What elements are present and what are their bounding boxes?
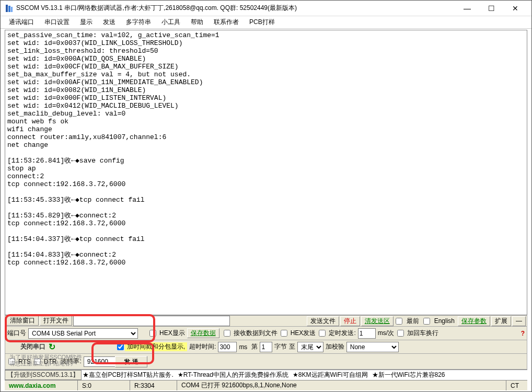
window-title: SSCOM V5.13.1 串口/网络数据调试器,作者:大虾丁丁,2618058… bbox=[16, 4, 455, 13]
status-r: R:3304 bbox=[130, 381, 177, 390]
titlebar: SSCOM V5.13.1 串口/网络数据调试器,作者:大虾丁丁,2618058… bbox=[1, 1, 531, 16]
status-bar: www.daxia.com S:0 R:3304 COM4 已打开 921600… bbox=[5, 380, 527, 390]
english-checkbox[interactable] bbox=[423, 318, 430, 325]
tip-line-1: 为了更好地发展SSCOM软件 bbox=[9, 354, 82, 360]
timeout-unit: ms bbox=[237, 343, 249, 351]
topmost-label: 最前 bbox=[404, 317, 421, 326]
svg-rect-1 bbox=[8, 6, 10, 12]
toolbar-row-2: 端口号 COM4 USB Serial Port HEX显示 保存数据 接收数据… bbox=[5, 327, 527, 340]
promo-4[interactable]: ★新一代WiFi芯片兼容826 bbox=[372, 371, 445, 379]
recv-to-file-checkbox[interactable] bbox=[224, 330, 230, 337]
menu-contact[interactable]: 联系作者 bbox=[210, 17, 243, 28]
status-url[interactable]: www.daxia.com bbox=[5, 381, 78, 390]
clear-send-button[interactable]: 清发送区 bbox=[361, 316, 394, 326]
menu-display[interactable]: 显示 bbox=[76, 17, 97, 28]
topmost-checkbox[interactable] bbox=[396, 318, 402, 325]
question-icon[interactable]: ? bbox=[521, 330, 525, 337]
save-params-button[interactable]: 保存参数 bbox=[458, 316, 490, 326]
hex-send-checkbox[interactable] bbox=[281, 330, 287, 337]
hex-display-label: HEX显示 bbox=[157, 329, 187, 338]
menu-multistring[interactable]: 多字符串 bbox=[122, 17, 155, 28]
add-crlf-checkbox[interactable] bbox=[397, 330, 404, 337]
timeout-label: 超时时间: bbox=[187, 342, 218, 351]
expand-button[interactable]: 扩展 bbox=[491, 316, 511, 326]
status-ct: CT bbox=[506, 381, 527, 390]
close-port-button[interactable]: 关闭串口 bbox=[20, 342, 45, 351]
console-text: set_passive_scan_time: val=102, g_active… bbox=[5, 30, 527, 268]
checksum-select[interactable]: None bbox=[346, 342, 399, 352]
console-area[interactable]: set_passive_scan_time: val=102, g_active… bbox=[5, 30, 527, 315]
nth-input[interactable] bbox=[260, 342, 272, 352]
tail-select[interactable]: 末尾 bbox=[297, 342, 323, 352]
menu-send[interactable]: 发送 bbox=[99, 17, 120, 28]
reload-icon[interactable]: ↻ bbox=[49, 342, 55, 352]
nth-unit: 字节 至 bbox=[272, 342, 297, 351]
promo-2[interactable]: ★RT-Thread中国人的开源免费操作系统 bbox=[178, 371, 288, 379]
timeout-input[interactable] bbox=[218, 342, 237, 352]
menubar: 通讯端口 串口设置 显示 发送 多字符串 小工具 帮助 联系作者 PCB打样 bbox=[1, 16, 531, 29]
collapse-button[interactable]: — bbox=[512, 316, 526, 326]
status-info: COM4 已打开 921600bps,8,1,None,None bbox=[177, 381, 506, 390]
svg-rect-0 bbox=[6, 5, 8, 12]
add-crlf-label: 加回车换行 bbox=[405, 329, 441, 338]
checksum-label: 加校验 bbox=[323, 342, 346, 351]
hex-send-label: HEX发送 bbox=[288, 329, 318, 338]
toolbar-row-4: RTS DTR 波特率: 921600 为了更好地发展SSCOM软件 请您注册嘉… bbox=[5, 354, 527, 370]
english-label: English bbox=[432, 317, 457, 325]
svg-rect-2 bbox=[11, 7, 13, 12]
toolbar-row-1: 清除窗口 打开文件 发送文件 停止 清发送区 最前 English 保存参数 扩… bbox=[5, 315, 527, 327]
promo-1[interactable]: ★嘉立创PCB打样SMT贴片服务. bbox=[83, 371, 173, 379]
hex-display-checkbox[interactable] bbox=[149, 330, 156, 337]
port-select[interactable]: COM4 USB Serial Port bbox=[28, 328, 138, 339]
file-path-input[interactable] bbox=[73, 316, 230, 326]
toolbar-row-3: x 关闭串口 ↻ 加时间戳和分包显示, 超时时间: ms 第 字节 至 末尾 加… bbox=[5, 340, 527, 354]
menu-tools[interactable]: 小工具 bbox=[157, 17, 184, 28]
open-file-button[interactable]: 打开文件 bbox=[40, 316, 72, 326]
menu-pcb[interactable]: PCB打样 bbox=[245, 17, 279, 28]
timed-send-label: 定时发送: bbox=[327, 329, 357, 338]
app-icon bbox=[5, 4, 13, 13]
tip-line-2: 请您注册嘉立创F结尾客户 bbox=[9, 360, 82, 366]
menu-help[interactable]: 帮助 bbox=[187, 17, 207, 28]
stop-button[interactable]: 停止 bbox=[340, 316, 360, 326]
timed-send-checkbox[interactable] bbox=[319, 330, 326, 337]
timestamp-checkbox[interactable] bbox=[117, 343, 124, 350]
promo-3[interactable]: ★8KM远距离WiFi可自组网 bbox=[293, 371, 368, 379]
menu-serial-settings[interactable]: 串口设置 bbox=[40, 17, 74, 28]
close-button[interactable]: ✕ bbox=[503, 1, 527, 16]
clear-window-button[interactable]: 清除窗口 bbox=[6, 316, 39, 326]
send-file-button[interactable]: 发送文件 bbox=[307, 316, 339, 326]
save-data-button[interactable]: 保存数据 bbox=[187, 328, 219, 338]
upgrade-chip[interactable]: 【升级到SSCOM5.13.1】 bbox=[5, 370, 82, 380]
nth-label: 第 bbox=[249, 342, 260, 351]
status-s: S:0 bbox=[78, 381, 130, 390]
timestamp-label: 加时间戳和分包显示, bbox=[125, 342, 187, 351]
maximize-button[interactable]: ☐ bbox=[479, 1, 503, 16]
timed-unit: ms/次 bbox=[376, 329, 396, 338]
menu-commport[interactable]: 通讯端口 bbox=[5, 17, 38, 28]
send-button[interactable]: 发 送 bbox=[115, 356, 147, 367]
recv-to-file-label: 接收数据到文件 bbox=[232, 329, 280, 338]
promo-bar: 【升级到SSCOM5.13.1】 ★嘉立创PCB打样SMT贴片服务. ★RT-T… bbox=[5, 370, 527, 380]
timed-send-input[interactable] bbox=[358, 328, 376, 339]
minimize-button[interactable]: — bbox=[455, 1, 479, 16]
port-label: 端口号 bbox=[5, 329, 28, 338]
